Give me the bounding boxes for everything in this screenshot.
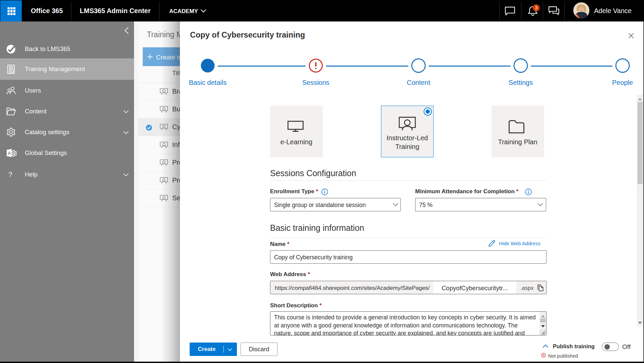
svg-text:A: A [8, 151, 11, 156]
